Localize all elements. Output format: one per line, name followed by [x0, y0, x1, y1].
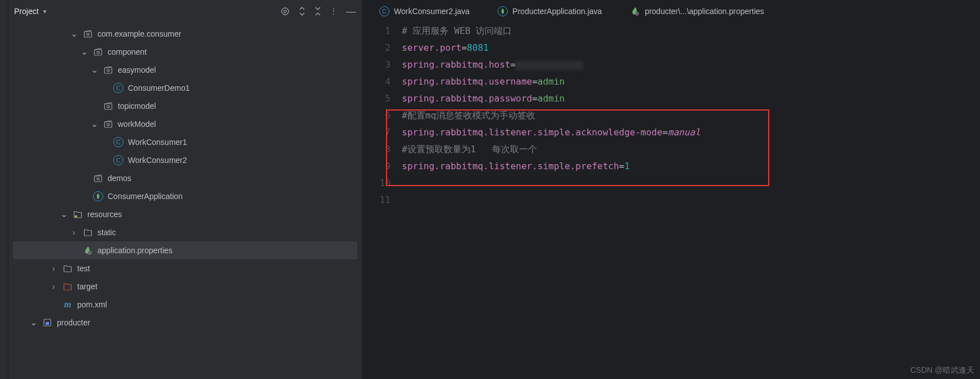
code-line: #设置预取数量为1 每次取一个: [402, 141, 980, 158]
svg-rect-21: [46, 322, 49, 325]
tree-item[interactable]: ⌄easymodel: [8, 61, 362, 79]
code-line: spring.rabbitmq.host=: [402, 56, 980, 73]
svg-rect-18: [75, 215, 77, 217]
tree-item[interactable]: ·demos: [8, 169, 362, 187]
svg-rect-12: [105, 104, 112, 109]
expand-icon[interactable]: [298, 6, 306, 16]
package-icon: [103, 65, 113, 74]
svg-rect-16: [95, 176, 102, 182]
editor-tabs: CWorkConsumer2.javaProducterApplication.…: [362, 0, 980, 23]
tree-item-label: resources: [87, 210, 122, 219]
tree-item[interactable]: ⌄resources: [8, 205, 362, 223]
project-tree[interactable]: ⌄com.example.consumer⌄component⌄easymode…: [8, 23, 362, 379]
tab-label: ProducterApplication.java: [512, 7, 602, 16]
code-editor[interactable]: 1234567891011 # 应用服务 WEB 访问端口server.port…: [362, 23, 980, 379]
code-line: [402, 175, 980, 192]
project-dropdown[interactable]: Project ▼: [14, 7, 47, 16]
tree-item[interactable]: ·ConsumerApplication: [8, 187, 362, 205]
chevron-right-icon[interactable]: ›: [49, 282, 58, 291]
package-icon: [93, 47, 103, 56]
svg-point-1: [284, 10, 287, 13]
editor-tab[interactable]: producter\...\application.properties: [630, 7, 764, 16]
tree-item[interactable]: ›static: [8, 223, 362, 241]
tree-item[interactable]: ·mpom.xml: [8, 296, 362, 314]
svg-rect-14: [105, 122, 112, 127]
chevron-down-icon[interactable]: ⌄: [29, 320, 38, 325]
tab-label: WorkConsumer2.java: [394, 7, 469, 16]
minimize-icon[interactable]: —: [346, 6, 356, 17]
code-content[interactable]: # 应用服务 WEB 访问端口server.port=8081spring.ra…: [402, 23, 980, 379]
chevron-down-icon[interactable]: ⌄: [69, 32, 78, 36]
tree-item[interactable]: ⌄com.example.consumer: [8, 25, 362, 43]
tree-item[interactable]: ›test: [8, 259, 362, 277]
tree-item[interactable]: ⌄workModel: [8, 115, 362, 133]
line-number: 4: [362, 73, 391, 90]
chevron-down-icon[interactable]: ⌄: [90, 68, 99, 72]
chevron-down-icon[interactable]: ⌄: [79, 50, 88, 54]
svg-point-15: [107, 124, 109, 126]
spring-icon: [93, 191, 103, 201]
line-number: 5: [362, 90, 391, 107]
tab-label: producter\...\application.properties: [645, 7, 764, 16]
line-number: 6: [362, 107, 391, 124]
code-line: #配置mq消息签收模式为手动签收: [402, 107, 980, 124]
code-line: spring.rabbitmq.password=admin: [402, 90, 980, 107]
class-icon: C: [113, 155, 123, 165]
tree-item-label: target: [77, 282, 97, 291]
project-sidebar: Project ▼ ⋮ — ⌄com.example.consumer⌄comp…: [8, 0, 362, 379]
editor-tab[interactable]: CWorkConsumer2.java: [379, 6, 469, 16]
chevron-down-icon[interactable]: ⌄: [59, 212, 68, 217]
chevron-down-icon: ▼: [42, 8, 48, 15]
more-icon[interactable]: ⋮: [330, 7, 338, 16]
tree-item-label: ConsumerDemo1: [128, 83, 190, 92]
folder-icon: [63, 264, 73, 273]
editor-tab[interactable]: ProducterApplication.java: [498, 6, 602, 16]
watermark: CSDN @暗武逢天: [910, 365, 974, 376]
tree-item[interactable]: ⌄component: [8, 43, 362, 61]
target-icon[interactable]: [280, 6, 290, 16]
tree-item-label: workModel: [118, 120, 156, 129]
activity-bar: [0, 0, 8, 379]
package-icon: [103, 120, 113, 129]
chevron-right-icon[interactable]: ›: [69, 228, 78, 237]
collapse-icon[interactable]: [314, 6, 322, 16]
line-number: 8: [362, 141, 391, 158]
tree-item-label: demos: [108, 174, 131, 183]
tree-item[interactable]: ·CWorkConsumer1: [8, 133, 362, 151]
code-line: server.port=8081: [402, 39, 980, 56]
class-icon: C: [113, 137, 123, 147]
line-number: 7: [362, 124, 391, 141]
tree-item[interactable]: ›target: [8, 277, 362, 296]
properties-icon: [630, 7, 640, 16]
svg-point-9: [97, 51, 99, 54]
chevron-right-icon[interactable]: ›: [49, 264, 58, 273]
chevron-down-icon[interactable]: ⌄: [90, 122, 99, 126]
package-icon: [103, 102, 113, 111]
tree-item-label: easymodel: [118, 65, 156, 74]
tree-item-label: topicmodel: [118, 102, 156, 111]
tree-item[interactable]: ·CWorkConsumer2: [8, 151, 362, 169]
tree-item-label: ConsumerApplication: [108, 192, 183, 201]
tree-item-label: test: [77, 264, 90, 273]
maven-icon: m: [63, 299, 73, 310]
tree-item-label: WorkConsumer2: [128, 156, 187, 165]
tree-item-label: static: [97, 228, 116, 237]
tree-item[interactable]: ·topicmodel: [8, 97, 362, 115]
line-number: 1: [362, 23, 391, 39]
tree-item-label: component: [108, 47, 147, 56]
editor-area: CWorkConsumer2.javaProducterApplication.…: [362, 0, 980, 379]
line-number: 10: [362, 175, 391, 192]
svg-rect-6: [85, 32, 92, 37]
tree-item[interactable]: ·application.properties: [13, 241, 357, 259]
line-gutter: 1234567891011: [362, 23, 402, 379]
tree-item[interactable]: ⌄producter: [8, 314, 362, 332]
svg-rect-8: [95, 50, 102, 55]
package-icon: [93, 174, 103, 183]
tree-item[interactable]: ·CConsumerDemo1: [8, 79, 362, 97]
svg-point-7: [87, 33, 89, 36]
tree-item-label: application.properties: [97, 246, 172, 255]
svg-point-13: [107, 105, 109, 108]
tree-item-label: com.example.consumer: [97, 29, 181, 38]
folder-icon: [73, 210, 83, 219]
line-number: 11: [362, 192, 391, 209]
